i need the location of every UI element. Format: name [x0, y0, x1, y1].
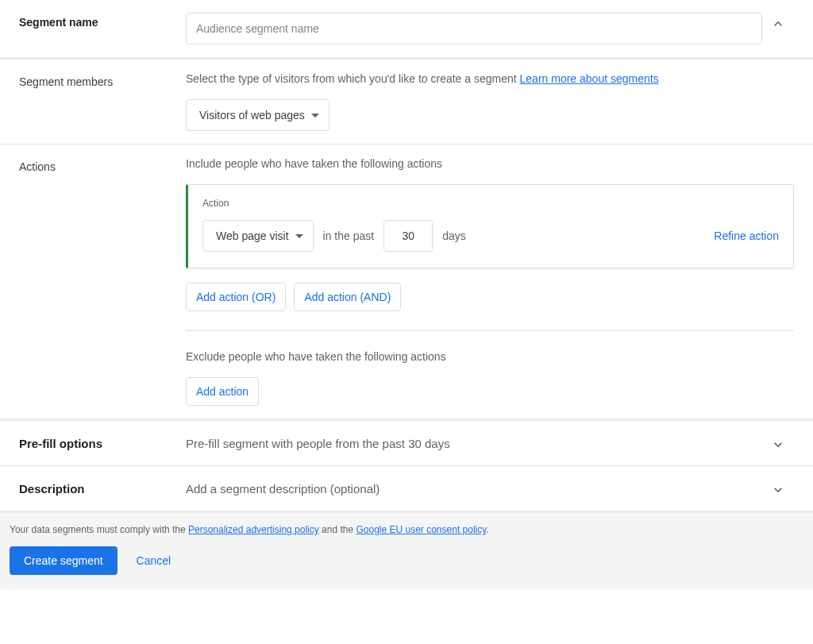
segment-members-section: Segment members Select the type of visit…: [0, 60, 813, 145]
consent-policy-link[interactable]: Google EU user consent policy: [356, 524, 486, 535]
add-exclude-action-button[interactable]: Add action: [186, 377, 259, 406]
collapse-segment-name[interactable]: [762, 13, 794, 32]
actions-section: Actions Include people who have taken th…: [0, 145, 813, 418]
ad-policy-link[interactable]: Personalized advertising policy: [188, 524, 319, 535]
in-past-text: in the past: [323, 229, 375, 242]
segment-members-label: Segment members: [19, 72, 186, 88]
action-card: Action Web page visit in the past days R…: [186, 184, 794, 268]
divider: [186, 330, 794, 331]
add-action-and-button[interactable]: Add action (AND): [294, 283, 401, 311]
exclude-text: Exclude people who have taken the follow…: [186, 350, 794, 363]
footer: Your data segments must comply with the …: [0, 511, 813, 589]
chevron-down-icon: [770, 437, 786, 453]
caret-down-icon: [311, 114, 319, 118]
prefill-label: Pre-fill options: [19, 437, 186, 450]
actions-label: Actions: [19, 157, 186, 173]
create-segment-button[interactable]: Create segment: [10, 546, 118, 575]
include-text: Include people who have taken the follow…: [186, 157, 794, 170]
days-label: days: [442, 229, 466, 242]
learn-more-link[interactable]: Learn more about segments: [520, 72, 659, 85]
cancel-button[interactable]: Cancel: [137, 554, 171, 567]
description-desc: Add a segment description (optional): [186, 482, 762, 496]
chevron-up-icon: [770, 16, 786, 32]
segment-name-section: Segment name: [0, 0, 813, 60]
visitor-type-dropdown[interactable]: Visitors of web pages: [186, 99, 329, 131]
action-card-title: Action: [202, 198, 779, 209]
refine-action-link[interactable]: Refine action: [714, 229, 779, 242]
description-label: Description: [19, 482, 186, 496]
chevron-down-icon: [770, 482, 786, 498]
caret-down-icon: [295, 234, 303, 238]
segment-members-help: Select the type of visitors from which y…: [186, 72, 794, 85]
add-action-or-button[interactable]: Add action (OR): [186, 283, 286, 311]
days-input[interactable]: [383, 220, 433, 252]
segment-name-label: Segment name: [19, 13, 186, 29]
prefill-desc: Pre-fill segment with people from the pa…: [186, 437, 762, 450]
prefill-section[interactable]: Pre-fill options Pre-fill segment with p…: [0, 418, 813, 465]
compliance-text: Your data segments must comply with the …: [6, 524, 807, 535]
action-type-dropdown[interactable]: Web page visit: [202, 220, 314, 252]
description-section[interactable]: Description Add a segment description (o…: [0, 465, 813, 511]
segment-name-input[interactable]: [186, 13, 762, 44]
